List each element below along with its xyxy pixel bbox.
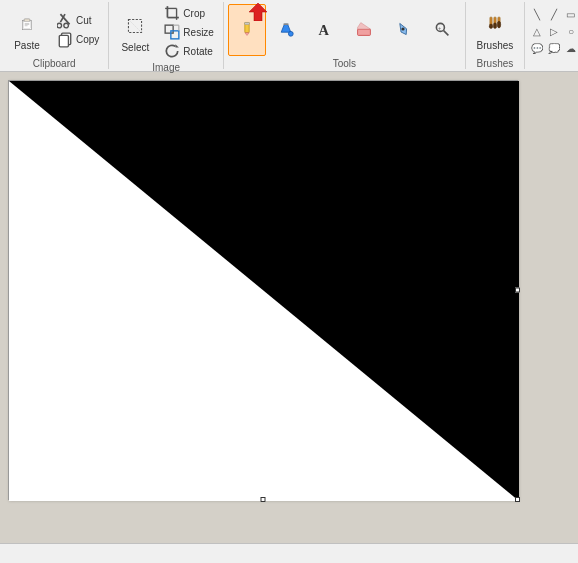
canvas-wrapper[interactable] xyxy=(8,80,518,500)
shape-tri[interactable]: △ xyxy=(529,23,545,39)
rotate-icon xyxy=(164,43,180,59)
text-icon: A xyxy=(311,15,339,43)
shape-rtri[interactable]: ▷ xyxy=(546,23,562,39)
shape-rect[interactable]: ▭ xyxy=(563,6,578,22)
color-picker-icon xyxy=(389,15,417,43)
svg-point-9 xyxy=(64,23,69,28)
clipboard-group: Paste Cut xyxy=(0,2,109,69)
svg-marker-22 xyxy=(176,44,179,47)
shape-ellipse[interactable]: ○ xyxy=(563,23,578,39)
shape-bubble1[interactable]: 💬 xyxy=(529,40,545,56)
paint-canvas[interactable] xyxy=(9,81,519,501)
cut-icon xyxy=(57,13,73,29)
magnifier-icon: + xyxy=(428,15,456,43)
crop-button[interactable]: Crop xyxy=(159,4,219,22)
status-bar xyxy=(0,543,578,563)
shapes-row-3: 💬 💭 ☁ ♥ ✓ ↔ ↕ ↗ xyxy=(529,40,578,56)
brushes-items: Brushes xyxy=(470,4,520,56)
resize-button[interactable]: Resize xyxy=(159,23,219,41)
paste-icon xyxy=(13,10,41,38)
svg-rect-27 xyxy=(284,23,289,25)
svg-point-37 xyxy=(489,24,492,29)
rotate-label: Rotate xyxy=(183,46,212,57)
eraser-icon xyxy=(350,15,378,43)
copy-icon xyxy=(57,32,73,48)
svg-text:A: A xyxy=(319,22,330,37)
shapes-items: ╲ ╱ ▭ ⬜ ⬡ ▷ ◇ ⬠ △ ▷ ○ ⬡ ✦ ★ ✶ ✴ xyxy=(529,4,578,58)
svg-point-32 xyxy=(401,27,404,30)
paste-button[interactable]: Paste xyxy=(4,4,50,56)
cut-copy-col: Cut Copy xyxy=(52,12,104,49)
svg-rect-2 xyxy=(24,21,31,28)
copy-button[interactable]: Copy xyxy=(52,31,104,49)
brushes-group-label: Brushes xyxy=(477,56,514,69)
svg-point-39 xyxy=(493,22,496,28)
cut-label: Cut xyxy=(76,15,92,26)
pencil-button[interactable] xyxy=(228,4,266,56)
shape-cloud[interactable]: ☁ xyxy=(563,40,578,56)
shapes-grid: ╲ ╱ ▭ ⬜ ⬡ ▷ ◇ ⬠ △ ▷ ○ ⬡ ✦ ★ ✶ ✴ xyxy=(529,6,578,56)
clipboard-items: Paste Cut xyxy=(4,4,104,56)
magnifier-button[interactable]: + xyxy=(423,4,461,56)
text-button[interactable]: A xyxy=(306,4,344,56)
brushes-label: Brushes xyxy=(477,40,514,51)
red-arrow-indicator xyxy=(249,3,267,23)
svg-rect-11 xyxy=(59,35,68,46)
shapes-group: ╲ ╱ ▭ ⬜ ⬡ ▷ ◇ ⬠ △ ▷ ○ ⬡ ✦ ★ ✶ ✴ xyxy=(525,2,578,69)
svg-line-34 xyxy=(444,31,449,36)
clipboard-label: Clipboard xyxy=(33,56,76,69)
color-picker-button[interactable] xyxy=(384,4,422,56)
rotate-button[interactable]: Rotate xyxy=(159,42,219,60)
image-label: Image xyxy=(152,60,180,73)
fill-bucket-icon xyxy=(272,15,300,43)
cut-button[interactable]: Cut xyxy=(52,12,104,30)
image-items: Select Crop xyxy=(113,4,219,60)
tools-label: Tools xyxy=(333,56,356,69)
resize-icon xyxy=(164,24,180,40)
shape-line2[interactable]: ╱ xyxy=(546,6,562,22)
handle-bottom-mid[interactable] xyxy=(261,497,266,502)
svg-point-41 xyxy=(497,21,500,28)
select-label: Select xyxy=(121,42,149,53)
svg-rect-18 xyxy=(166,25,174,33)
canvas-area xyxy=(0,72,578,543)
paste-label: Paste xyxy=(14,40,40,51)
svg-point-8 xyxy=(57,23,62,28)
tools-group: A xyxy=(224,2,466,69)
svg-text:+: + xyxy=(438,25,441,31)
crop-label: Crop xyxy=(183,8,205,19)
svg-marker-31 xyxy=(358,23,371,29)
select-area: Select xyxy=(113,6,157,58)
brushes-icon xyxy=(481,10,509,38)
crop-icon xyxy=(164,5,180,21)
svg-marker-24 xyxy=(245,33,249,36)
shapes-row-1: ╲ ╱ ▭ ⬜ ⬡ ▷ ◇ ⬠ xyxy=(529,6,578,22)
eraser-button[interactable] xyxy=(345,4,383,56)
resize-label: Resize xyxy=(183,27,214,38)
svg-rect-1 xyxy=(24,18,30,21)
svg-marker-26 xyxy=(249,3,267,21)
select-icon xyxy=(121,12,149,40)
select-button[interactable]: Select xyxy=(113,6,157,58)
ribbon: Paste Cut xyxy=(0,0,578,72)
svg-point-28 xyxy=(288,31,293,36)
handle-right-mid[interactable] xyxy=(515,288,520,293)
svg-line-13 xyxy=(129,19,142,32)
fill-button[interactable] xyxy=(267,4,305,56)
brushes-button[interactable]: Brushes xyxy=(470,4,520,56)
image-group: Select Crop xyxy=(109,2,224,69)
tools-items: A xyxy=(228,4,461,56)
copy-label: Copy xyxy=(76,34,99,45)
handle-bottom-right[interactable] xyxy=(515,497,520,502)
shapes-row-2: △ ▷ ○ ⬡ ✦ ★ ✶ ✴ xyxy=(529,23,578,39)
image-small-col: Crop Resize Rotate xyxy=(159,4,219,60)
shape-bubble2[interactable]: 💭 xyxy=(546,40,562,56)
svg-rect-30 xyxy=(358,29,371,35)
shape-line[interactable]: ╲ xyxy=(529,6,545,22)
svg-rect-19 xyxy=(171,31,179,39)
brushes-group: Brushes Brushes xyxy=(466,2,525,69)
